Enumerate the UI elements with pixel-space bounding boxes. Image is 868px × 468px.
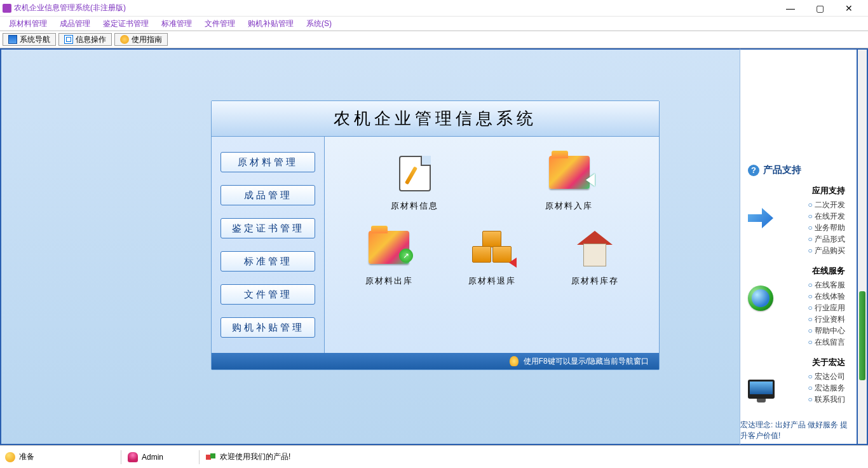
folder-out-icon: ↗ — [369, 231, 409, 264]
app-icon — [3, 4, 11, 13]
statusbar: 准备 Admin 欢迎使用我们的产品! — [0, 445, 868, 468]
link-purchase[interactable]: 产品购买 — [748, 245, 845, 256]
grid-raw-out[interactable]: ↗ 原材料出库 — [341, 231, 437, 287]
content-grid: 原材料信息 原材料入库 ↗ 原材料出库 — [325, 137, 659, 353]
nav-btn-subsidy[interactable]: 购机补贴管理 — [220, 317, 315, 338]
nav-btn-product[interactable]: 成品管理 — [220, 185, 315, 205]
support-section-online: 在线服务 在线客服 在线体验 行业应用 行业资料 帮助中心 在线留言 — [748, 265, 849, 348]
link-industry-doc[interactable]: 行业资料 — [748, 313, 845, 325]
window-title: 农机企业信息管理系统(非注册版) — [14, 3, 782, 13]
support-title: ? 产品支持 — [748, 56, 849, 176]
status-ready-icon — [5, 452, 15, 462]
grid-raw-info[interactable]: 原材料信息 — [367, 156, 463, 212]
menu-products[interactable]: 成品管理 — [53, 18, 97, 29]
menu-files[interactable]: 文件管理 — [198, 18, 241, 29]
menu-certificates[interactable]: 鉴定证书管理 — [97, 18, 155, 29]
slogan: 宏达理念: 出好产品 做好服务 提升客户价值! — [740, 420, 853, 441]
link-help-center[interactable]: 帮助中心 — [748, 325, 845, 336]
status-welcome: 欢迎使用我们的产品! — [206, 451, 290, 462]
support-sidebar: ? 产品支持 应用支持 二次开发 在线开发 业务帮助 产品形式 产品购买 在线服… — [740, 48, 858, 445]
nav-panel: 农机企业管理信息系统 原材料管理 成品管理 鉴定证书管理 标准管理 文件管理 购… — [211, 100, 660, 370]
info-icon — [64, 35, 73, 44]
question-icon: ? — [748, 165, 759, 176]
nav-button-list: 原材料管理 成品管理 鉴定证书管理 标准管理 文件管理 购机补贴管理 — [212, 137, 325, 353]
vertical-scrollbar[interactable] — [858, 48, 868, 445]
toolbar-system-nav[interactable]: 系统导航 — [3, 33, 56, 46]
panel-title: 农机企业管理信息系统 — [212, 101, 659, 137]
status-user: Admin — [128, 452, 163, 462]
minimize-button[interactable]: — — [782, 3, 799, 13]
toolbar-info-op[interactable]: 信息操作 — [58, 33, 112, 46]
nav-btn-cert[interactable]: 鉴定证书管理 — [220, 218, 315, 238]
globe-icon — [748, 286, 773, 311]
house-icon — [577, 231, 613, 266]
close-button[interactable]: ✕ — [840, 3, 858, 13]
nav-btn-standard[interactable]: 标准管理 — [220, 251, 315, 272]
nav-btn-file[interactable]: 文件管理 — [220, 284, 315, 305]
grid-raw-stock[interactable]: 原材料库存 — [547, 231, 642, 287]
cubes-icon — [206, 452, 216, 462]
menu-system[interactable]: 系统(S) — [300, 18, 338, 29]
help-icon — [120, 35, 129, 44]
menu-subsidy[interactable]: 购机补贴管理 — [241, 18, 300, 29]
nav-icon — [8, 35, 17, 44]
support-section-about: 关于宏达 宏达公司 宏达服务 联系我们 — [748, 357, 849, 405]
menubar: 原材料管理 成品管理 鉴定证书管理 标准管理 文件管理 购机补贴管理 系统(S) — [0, 17, 868, 31]
toolbar: 系统导航 信息操作 使用指南 — [0, 31, 868, 48]
toolbar-guide[interactable]: 使用指南 — [114, 33, 168, 46]
grid-raw-return[interactable]: 原材料退库 — [444, 231, 539, 287]
workspace: 农机企业管理信息系统 原材料管理 成品管理 鉴定证书管理 标准管理 文件管理 购… — [0, 48, 868, 445]
link-product-form[interactable]: 产品形式 — [748, 233, 845, 245]
titlebar: 农机企业信息管理系统(非注册版) — ▢ ✕ — [0, 0, 868, 17]
main-area: 农机企业管理信息系统 原材料管理 成品管理 鉴定证书管理 标准管理 文件管理 购… — [0, 48, 740, 445]
status-ready: 准备 — [5, 451, 34, 462]
hint-bar: 使用F8键可以显示/隐藏当前导航窗口 — [212, 353, 659, 369]
boxes-icon — [470, 231, 514, 266]
menu-raw-materials[interactable]: 原材料管理 — [3, 18, 53, 29]
maximize-button[interactable]: ▢ — [811, 3, 829, 13]
window-controls: — ▢ ✕ — [782, 3, 865, 13]
bulb-icon — [510, 356, 519, 366]
user-icon — [128, 452, 138, 462]
monitor-icon — [748, 380, 775, 399]
scrollbar-thumb[interactable] — [859, 291, 865, 380]
menu-standards[interactable]: 标准管理 — [155, 18, 198, 29]
hint-text: 使用F8键可以显示/隐藏当前导航窗口 — [524, 356, 649, 367]
file-edit-icon — [399, 156, 431, 191]
folder-in-icon — [549, 156, 590, 189]
nav-btn-raw[interactable]: 原材料管理 — [220, 152, 315, 172]
link-guestbook[interactable]: 在线留言 — [748, 336, 845, 348]
grid-raw-in[interactable]: 原材料入库 — [522, 156, 617, 212]
support-section-app: 应用支持 二次开发 在线开发 业务帮助 产品形式 产品购买 — [748, 185, 849, 256]
